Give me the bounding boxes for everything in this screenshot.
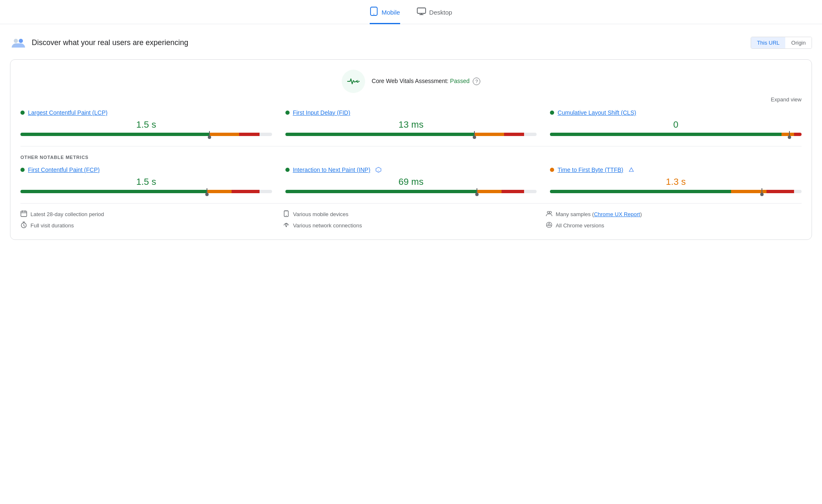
footer-samples: Many samples (Chrome UX Report)	[546, 210, 802, 218]
footer-chrome: All Chrome versions	[546, 222, 802, 229]
mobile-device-icon	[283, 210, 290, 218]
metric-lcp-label: Largest Contentful Paint (LCP)	[20, 109, 272, 116]
users-icon	[10, 34, 27, 51]
footer-network: Various network connections	[283, 222, 539, 229]
svg-point-6	[357, 81, 358, 82]
chrome-ux-report-link[interactable]: Chrome UX Report	[594, 211, 640, 217]
lcp-value: 1.5 s	[20, 119, 272, 130]
cwv-title-group: Core Web Vitals Assessment: Passed ?	[372, 78, 480, 85]
metric-cls: Cumulative Layout Shift (CLS) 0	[550, 109, 802, 136]
fcp-bar	[20, 190, 272, 193]
other-metrics-grid: First Contentful Paint (FCP) 1.5 s Inter…	[20, 166, 802, 193]
footer-visit-text: Full visit durations	[30, 222, 74, 229]
metric-cls-label: Cumulative Layout Shift (CLS)	[550, 109, 802, 116]
lcp-bar	[20, 133, 272, 136]
svg-rect-2	[417, 8, 426, 13]
metric-ttfb-label: Time to First Byte (TTFB)	[550, 166, 802, 173]
tab-mobile-label: Mobile	[381, 9, 400, 16]
metric-fcp: First Contentful Paint (FCP) 1.5 s	[20, 166, 272, 193]
inp-beta-icon: △	[376, 167, 381, 173]
ttfb-value: 1.3 s	[550, 176, 802, 187]
footer-visit-durations: Full visit durations	[20, 222, 276, 229]
footer-collection-period: Latest 28-day collection period	[20, 210, 276, 218]
lcp-name[interactable]: Largest Contentful Paint (LCP)	[28, 109, 108, 116]
cwv-status: Passed	[450, 78, 470, 84]
ttfb-bar	[550, 190, 802, 193]
fid-dot	[285, 111, 290, 115]
main-card: Core Web Vitals Assessment: Passed ? Exp…	[10, 59, 812, 240]
svg-point-17	[548, 224, 550, 226]
fid-needle	[474, 131, 475, 138]
section-divider	[20, 146, 802, 146]
this-url-button[interactable]: This URL	[751, 37, 785, 48]
svg-rect-8	[21, 211, 27, 217]
svg-point-4	[19, 39, 23, 43]
inp-dot	[285, 168, 290, 172]
svg-rect-11	[284, 211, 288, 212]
metric-lcp: Largest Contentful Paint (LCP) 1.5 s	[20, 109, 272, 136]
svg-point-1	[373, 14, 374, 15]
ttfb-needle	[761, 188, 762, 195]
fid-value: 13 ms	[285, 119, 537, 130]
footer-mobile-text: Various mobile devices	[293, 211, 348, 217]
cls-dot	[550, 111, 554, 115]
metric-fid-label: First Input Delay (FID)	[285, 109, 537, 116]
svg-point-12	[547, 212, 549, 214]
inp-needle	[477, 188, 477, 195]
cwv-header: Core Web Vitals Assessment: Passed ?	[20, 70, 802, 93]
cls-needle	[789, 131, 790, 138]
metric-ttfb: Time to First Byte (TTFB) 1.3 s	[550, 166, 802, 193]
footer-network-text: Various network connections	[293, 222, 362, 229]
cls-value: 0	[550, 119, 802, 130]
ttfb-beta-icon	[628, 167, 634, 173]
url-origin-toggle: This URL Origin	[751, 37, 812, 49]
cwv-help-icon[interactable]: ?	[473, 78, 480, 85]
mobile-icon	[370, 7, 378, 18]
origin-button[interactable]: Origin	[785, 37, 812, 48]
timer-icon	[20, 222, 27, 229]
tab-desktop[interactable]: Desktop	[417, 7, 452, 24]
desktop-icon	[417, 8, 426, 17]
cls-name[interactable]: Cumulative Layout Shift (CLS)	[557, 109, 636, 116]
inp-name[interactable]: Interaction to Next Paint (INP)	[293, 166, 371, 173]
header-title: Discover what your real users are experi…	[32, 38, 188, 47]
metric-fcp-label: First Contentful Paint (FCP)	[20, 166, 272, 173]
footer-mobile-devices: Various mobile devices	[283, 210, 539, 218]
tab-mobile[interactable]: Mobile	[370, 7, 400, 24]
cwv-title-text: Core Web Vitals Assessment:	[372, 78, 449, 84]
tab-desktop-label: Desktop	[429, 9, 452, 16]
svg-point-13	[549, 212, 551, 214]
footer-info: Latest 28-day collection period Various …	[20, 203, 802, 229]
header-left: Discover what your real users are experi…	[10, 34, 188, 51]
inp-bar	[285, 190, 537, 193]
core-metrics-grid: Largest Contentful Paint (LCP) 1.5 s Fir…	[20, 109, 802, 136]
ttfb-dot	[550, 168, 554, 172]
svg-point-3	[14, 39, 18, 43]
cls-bar	[550, 133, 802, 136]
header-row: Discover what your real users are experi…	[0, 34, 822, 51]
expand-view-link[interactable]: Expand view	[20, 96, 802, 103]
metric-inp: Interaction to Next Paint (INP) △ 69 ms	[285, 166, 537, 193]
metric-inp-label: Interaction to Next Paint (INP) △	[285, 166, 537, 173]
tab-bar: Mobile Desktop	[0, 0, 822, 24]
other-metrics-label: OTHER NOTABLE METRICS	[20, 155, 802, 160]
network-icon	[283, 222, 290, 229]
fcp-needle	[207, 188, 207, 195]
svg-point-10	[286, 215, 287, 216]
fcp-value: 1.5 s	[20, 176, 272, 187]
fid-bar	[285, 133, 537, 136]
metric-fid: First Input Delay (FID) 13 ms	[285, 109, 537, 136]
calendar-icon	[20, 210, 27, 218]
cwv-icon-wrap	[342, 70, 365, 93]
chrome-icon	[546, 222, 552, 229]
lcp-dot	[20, 111, 25, 115]
fid-name[interactable]: First Input Delay (FID)	[293, 109, 350, 116]
footer-collection-text: Latest 28-day collection period	[30, 211, 104, 217]
fcp-name[interactable]: First Contentful Paint (FCP)	[28, 166, 100, 173]
inp-value: 69 ms	[285, 176, 537, 187]
fcp-dot	[20, 168, 25, 172]
ttfb-name[interactable]: Time to First Byte (TTFB)	[557, 166, 623, 173]
svg-text:△: △	[377, 169, 379, 171]
lcp-needle	[209, 131, 210, 138]
footer-samples-text: Many samples (Chrome UX Report)	[556, 211, 642, 217]
